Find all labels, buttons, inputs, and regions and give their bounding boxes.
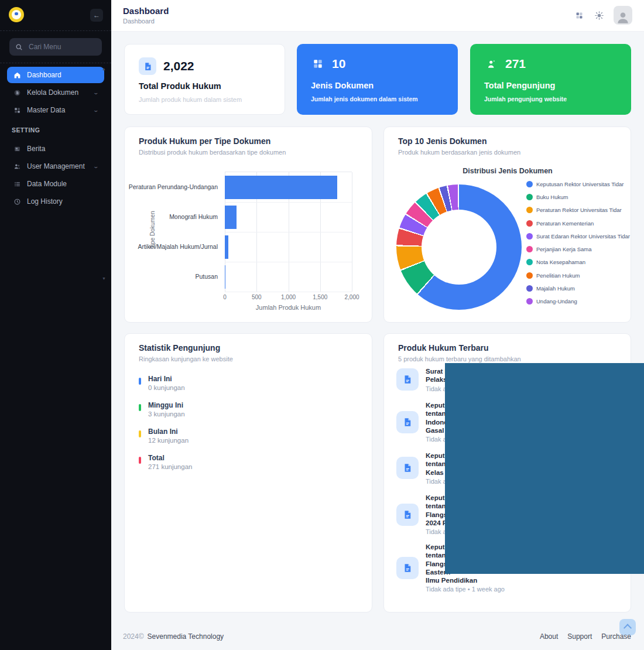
legend-label: Penelitian Hukum: [536, 272, 580, 279]
legend-item-surat-edaran-rektor-universitas-tidar[interactable]: Surat Edaran Rektor Universitas Tidar: [526, 230, 630, 242]
legend-item-keputusan-rektor-universitas-tidar[interactable]: Keputusan Rektor Universitas Tidar: [526, 177, 630, 190]
stat-title: Jenis Dokumen: [311, 81, 374, 90]
legend-dot: [526, 246, 533, 252]
x-tick-label: 500: [252, 294, 262, 300]
apps-grid-icon[interactable]: [574, 10, 584, 20]
gridline: [225, 202, 352, 203]
footer: 2024©Sevenmedia Technology About Support…: [123, 632, 631, 644]
stat-color-pill: [139, 404, 141, 411]
stat-value: 271 kunjungan: [148, 463, 192, 471]
stat-label: Minggu Ini: [148, 401, 185, 410]
legend-item-penelitian-hukum[interactable]: Penelitian Hukum: [526, 269, 630, 282]
news-icon: [13, 145, 21, 153]
redaction-overlay: [445, 363, 644, 574]
legend-dot: [526, 181, 533, 187]
page-title: Dashboard: [123, 6, 169, 16]
legend-dot: [526, 259, 533, 265]
visitor-stat-bulan-ini: Bulan Ini12 kunjungan: [139, 427, 358, 445]
footer-link-purchase[interactable]: Purchase: [601, 632, 631, 641]
sidebar-item-kelola-dokumen[interactable]: Kelola Dokumen⌄: [7, 84, 104, 101]
x-tick-label: 0: [223, 294, 227, 300]
search-input[interactable]: [28, 42, 96, 52]
x-tick-label: 1,500: [313, 294, 327, 300]
card-title: Statistik Pengunjung: [139, 343, 220, 353]
stat-label: Hari Ini: [148, 375, 185, 384]
legend-item-perjanjian-kerja-sama[interactable]: Perjanjian Kerja Sama: [526, 242, 630, 255]
gridline: [225, 232, 352, 232]
legend-item-majalah-hukum[interactable]: Majalah Hukum: [526, 282, 630, 295]
recent-product-row-3[interactable]: Keputus tentang Kelas XITidak ad: [396, 451, 453, 485]
gridline: [225, 262, 352, 262]
document-icon: [396, 557, 419, 579]
legend-dot: [526, 207, 533, 213]
footer-link-about[interactable]: About: [540, 632, 558, 641]
visitor-stat-hari-ini: Hari Ini0 kunjungan: [139, 375, 358, 392]
stat-value: 12 kunjungan: [148, 436, 189, 445]
sidebar-item-label: User Management: [27, 162, 88, 170]
sidebar-item-label: Berita: [27, 145, 98, 153]
sidebar-item-label: Data Module: [27, 180, 98, 188]
stat-value: 2,022: [163, 59, 194, 73]
legend-item-peraturan-rektor-universitas-tidar[interactable]: Peraturan Rektor Universitas Tidar: [526, 204, 630, 217]
legend-item-peraturan-kementerian[interactable]: Peraturan Kementerian: [526, 217, 630, 230]
sidebar-collapse-button[interactable]: ←: [90, 9, 103, 22]
sidebar-item-master-data[interactable]: Master Data⌄: [7, 102, 104, 118]
gridline: [225, 292, 352, 292]
document-icon: [396, 411, 419, 433]
stat-value: 271: [505, 57, 526, 71]
y-axis-tick-labels: Peraturan Perundang-UndanganMonografi Hu…: [125, 172, 221, 291]
sidebar-item-dashboard[interactable]: Dashboard: [7, 67, 104, 83]
stat-color-pill: [139, 457, 141, 464]
stat-value: 10: [332, 57, 345, 71]
legend-dot: [526, 194, 533, 200]
x-axis-title: Jumlah Produk Hukum: [225, 304, 352, 311]
sidebar-item-label: Log History: [27, 197, 98, 206]
bar-peraturan-perundang-undangan: [225, 176, 337, 199]
theme-sun-icon[interactable]: [594, 10, 604, 20]
sidebar-menu: DashboardKelola Dokumen⌄Master Data⌄: [0, 63, 111, 118]
legend-dot: [526, 298, 533, 305]
sidebar-search[interactable]: [9, 38, 102, 56]
legend-item-undang-undang[interactable]: Undang-Undang: [526, 295, 630, 308]
category-label: Artikel/Majalah Hukum/Jurnal: [124, 243, 218, 250]
bar-artikel-majalah-hukum-jurnal: [225, 235, 228, 259]
legend-label: Surat Edaran Rektor Universitas Tidar: [536, 233, 630, 240]
user-avatar[interactable]: [614, 6, 632, 25]
card-title: Produk Hukum per Tipe Dokumen: [139, 136, 270, 146]
sidebar-item-berita[interactable]: Berita: [7, 141, 104, 157]
visitor-stats-card: Statistik Pengunjung Ringkasan kunjungan…: [124, 333, 372, 613]
legend-dot: [526, 233, 533, 240]
bar-plot-area: [225, 172, 352, 292]
legend-label: Keputusan Rektor Universitas Tidar: [536, 181, 624, 187]
document-icon: [396, 504, 419, 526]
document-circle-icon: [13, 88, 21, 97]
sidebar-item-user-management[interactable]: User Management⌄: [7, 158, 104, 175]
chevron-down-icon: ⌄: [93, 163, 100, 169]
app-logo[interactable]: [9, 7, 24, 22]
product-meta: Tidak ada tipe • 1 week ago: [426, 586, 505, 593]
sidebar-item-log-history[interactable]: Log History: [7, 193, 104, 210]
legend-label: Majalah Hukum: [536, 285, 575, 292]
legend-label: Perjanjian Kerja Sama: [536, 246, 592, 252]
sidebar-item-data-module[interactable]: Data Module: [7, 176, 104, 192]
legend-dot: [526, 272, 533, 279]
card-title: Top 10 Jenis Dokumen: [398, 136, 487, 146]
bar-monografi-hukum: [225, 206, 237, 229]
sidebar: ← DashboardKelola Dokumen⌄Master Data⌄ S…: [0, 0, 111, 650]
header-actions: [574, 6, 632, 25]
card-subtitle: Produk hukum berdasarkan jenis dokumen: [398, 149, 520, 156]
bar-chart-card: Produk Hukum per Tipe Dokumen Distribusi…: [124, 126, 372, 323]
visitor-stats-list: Hari Ini0 kunjunganMinggu Ini3 kunjungan…: [139, 375, 358, 480]
legend-label: Nota Kesepahaman: [536, 259, 585, 265]
stat-subtitle: Jumlah produk hukum dalam sistem: [139, 96, 242, 103]
stat-value: 3 kunjungan: [148, 410, 185, 419]
legend-label: Peraturan Kementerian: [536, 220, 594, 227]
stat-value: 0 kunjungan: [148, 384, 185, 392]
footer-link-support[interactable]: Support: [567, 632, 592, 641]
logo-emblem: [12, 10, 21, 19]
legend-item-nota-kesepahaman[interactable]: Nota Kesepahaman: [526, 256, 630, 269]
stat-card-total-pengunjung: 271 Total Pengunjung Jumlah pengunjung w…: [470, 44, 631, 115]
gridline: [352, 172, 352, 292]
chevron-up-icon: [624, 624, 632, 632]
legend-item-buku-hukum[interactable]: Buku Hukum: [526, 190, 630, 203]
